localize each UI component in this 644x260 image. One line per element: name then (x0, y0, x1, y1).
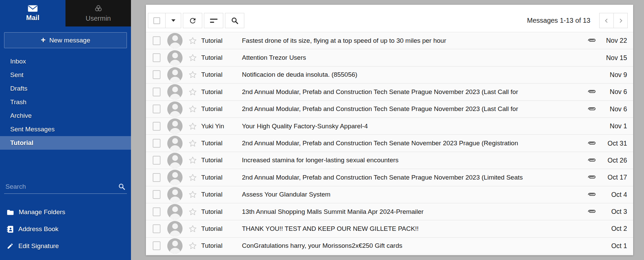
next-page-button[interactable] (613, 13, 627, 28)
message-row[interactable]: Tutorial 2nd Annual Modular, Prefab and … (146, 169, 633, 186)
select-dropdown-button[interactable] (165, 13, 181, 28)
sort-icon (210, 19, 217, 23)
star-icon[interactable] (188, 36, 197, 45)
search-icon (231, 17, 239, 25)
message-row[interactable]: Tutorial Assess Your Glandular System Oc… (146, 186, 633, 203)
message-sender: Tutorial (201, 156, 242, 164)
new-message-button[interactable]: + New message (4, 32, 127, 48)
chevron-left-icon (604, 18, 610, 24)
message-row[interactable]: Tutorial 2nd Annual Modular, Prefab and … (146, 83, 633, 100)
mail-toolbar: Messages 1-13 of 13 (146, 5, 633, 32)
select-all-checkbox[interactable] (153, 17, 160, 24)
star-icon[interactable] (188, 241, 197, 250)
avatar (167, 187, 183, 202)
star-icon[interactable] (188, 139, 197, 148)
message-checkbox[interactable] (153, 122, 160, 131)
sidebar-item-sent[interactable]: Sent (0, 68, 131, 82)
message-row[interactable]: Tutorial 2nd Annual Modular, Prefab and … (146, 101, 633, 118)
avatar (167, 221, 183, 236)
message-date: Oct 3 (602, 208, 627, 216)
message-checkbox[interactable] (153, 88, 160, 96)
message-sender: Tutorial (201, 54, 242, 61)
attachment-icon (587, 38, 596, 43)
message-subject: Increased stamina for longer-lasting sex… (242, 156, 587, 164)
sidebar-item-drafts[interactable]: Drafts (0, 82, 131, 95)
select-button-group (148, 13, 181, 28)
star-icon[interactable] (188, 53, 197, 62)
message-sender: Tutorial (201, 191, 242, 198)
star-icon[interactable] (188, 224, 197, 233)
message-row[interactable]: Tutorial ConGratulations harry, your Mor… (146, 238, 633, 255)
message-checkbox[interactable] (153, 224, 160, 233)
tab-usermin-label: Usermin (86, 15, 111, 22)
refresh-button[interactable] (183, 13, 202, 28)
star-icon[interactable] (188, 88, 197, 96)
message-checkbox[interactable] (153, 70, 160, 79)
message-subject: 2nd Annual Modular, Prefab and Construct… (242, 105, 587, 113)
star-icon[interactable] (188, 122, 197, 131)
star-icon[interactable] (188, 190, 197, 199)
usermin-logo-icon (94, 4, 103, 13)
address-book-link[interactable]: Address Book (0, 221, 131, 238)
edit-signature-label: Edit Signature (18, 242, 59, 250)
message-row[interactable]: Tutorial Fastest drone of its size, flyi… (146, 32, 633, 49)
message-row[interactable]: Tutorial 13th Annual Shopping Malls Summ… (146, 203, 633, 220)
message-row[interactable]: Tutorial THANK YOU!! TEST AND KEEP OUR N… (146, 220, 633, 237)
new-message-label: New message (49, 37, 90, 44)
main-area: Messages 1-13 of 13 (131, 0, 644, 260)
search-messages-button[interactable] (225, 13, 244, 28)
message-checkbox[interactable] (153, 173, 160, 182)
sidebar-item-trash[interactable]: Trash (0, 95, 131, 109)
star-icon[interactable] (188, 173, 197, 182)
avatar (167, 153, 183, 168)
avatar (167, 67, 183, 82)
message-subject: THANK YOU!! TEST AND KEEP OUR NEW GILLET… (242, 225, 587, 233)
attachment-icon (587, 107, 596, 112)
message-checkbox[interactable] (153, 190, 160, 199)
sidebar-search (4, 180, 127, 194)
message-date: Nov 15 (602, 54, 627, 62)
message-sender: Tutorial (201, 105, 242, 113)
search-icon[interactable] (118, 183, 126, 190)
previous-page-button[interactable] (600, 13, 613, 28)
message-subject: 2nd Annual Modular, Prefab and Construct… (242, 88, 587, 96)
star-icon[interactable] (188, 207, 197, 216)
chevron-right-icon (618, 18, 624, 24)
star-icon[interactable] (188, 105, 197, 113)
avatar (167, 136, 183, 151)
message-list: Tutorial Fastest drone of its size, flyi… (146, 32, 633, 255)
message-checkbox[interactable] (153, 156, 160, 165)
message-checkbox[interactable] (153, 207, 160, 216)
message-checkbox[interactable] (153, 53, 160, 62)
message-subject: Attention Trezor Users (242, 54, 587, 61)
message-subject: Notificacion de deuda insoluta. (855056) (242, 71, 587, 78)
sidebar-item-tutorial[interactable]: Tutorial (0, 136, 131, 150)
pagination (599, 13, 628, 28)
message-date: Nov 6 (602, 88, 627, 96)
message-checkbox[interactable] (153, 105, 160, 113)
message-row[interactable]: Yuki Yin Your High Quality Factory-Sunsk… (146, 118, 633, 135)
sidebar-item-archive[interactable]: Archive (0, 109, 131, 123)
message-row[interactable]: Tutorial Notificacion de deuda insoluta.… (146, 67, 633, 83)
tab-mail[interactable]: Mail (0, 0, 65, 26)
message-subject: 13th Annual Shopping Malls Summit Manila… (242, 208, 587, 216)
star-icon[interactable] (188, 70, 197, 79)
star-icon[interactable] (188, 156, 197, 165)
message-checkbox[interactable] (153, 36, 160, 45)
message-row[interactable]: Tutorial 2nd Annual Modular, Prefab and … (146, 135, 633, 152)
message-row[interactable]: Tutorial Increased stamina for longer-la… (146, 152, 633, 169)
tab-usermin[interactable]: Usermin (65, 0, 131, 26)
sidebar-links: Manage Folders Address Book Edit Signatu… (0, 204, 131, 255)
select-all-button[interactable] (148, 13, 165, 28)
sidebar-item-inbox[interactable]: Inbox (0, 55, 131, 68)
edit-signature-link[interactable]: Edit Signature (0, 238, 131, 255)
message-row[interactable]: Tutorial Attention Trezor Users Nov 15 (146, 49, 633, 66)
manage-folders-link[interactable]: Manage Folders (0, 204, 131, 221)
search-input[interactable] (4, 180, 127, 193)
message-date: Nov 1 (602, 122, 627, 130)
message-checkbox[interactable] (153, 241, 160, 250)
sort-button[interactable] (204, 13, 223, 28)
avatar (167, 118, 183, 134)
sidebar-item-sent-messages[interactable]: Sent Messages (0, 123, 131, 136)
message-checkbox[interactable] (153, 139, 160, 148)
